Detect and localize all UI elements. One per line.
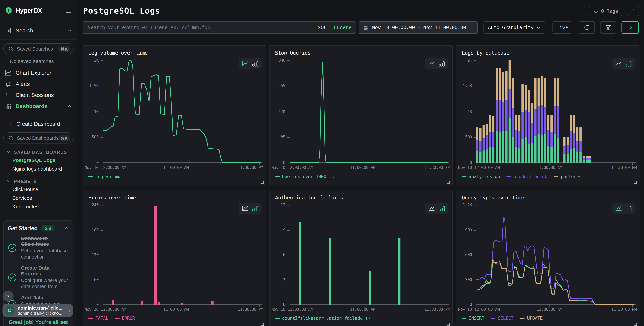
line-chart-toggle-icon[interactable] [242,205,248,211]
help-button[interactable]: ? [2,291,14,302]
sidebar-item-client-sessions[interactable]: Client Sessions [0,90,77,101]
lang-lucene[interactable]: Lucene [334,25,352,31]
plot-area[interactable]: 2K1.5K1K5000Nov 10 12:00:00 AM11:00:00 A… [83,46,266,186]
resize-handle-icon[interactable] [448,323,450,326]
legend-item-FATAL[interactable]: FATAL [88,316,108,321]
run-query-button[interactable] [621,21,638,34]
legend-item-production_db[interactable]: production_db [506,174,547,179]
more-options-button[interactable]: ⋮ [628,6,639,16]
plot-area[interactable]: 340255170850Nov 10 12:00:00 AM11:00:00 A… [270,46,452,186]
x-axis-label: 11:30:00 PM [611,165,636,170]
lang-sql[interactable]: SQL [318,25,327,31]
chart-view-toggle[interactable] [612,203,635,214]
legend-item-countIf(like(arr..ation failed%'))[interactable]: countIf(like(arr..ation failed%')) [275,316,370,321]
stacked-bar-production_db [538,107,540,134]
legend-item-Queries over 1000 ms[interactable]: Queries over 1000 ms [275,174,334,179]
shortcut-badge: ⌘K [58,135,70,141]
filter-button[interactable] [600,21,616,34]
user-menu[interactable]: D dominic.tran@clic... dominic.tran@clic… [2,304,73,317]
plot-area[interactable]: 1.2K9006003000Nov 10 12:00:00 AM11:00:00… [456,190,639,326]
y-axis-tick-mark [287,163,289,163]
bar-chart-toggle-icon[interactable] [439,61,445,66]
sidebar-item-search[interactable]: Search [0,24,77,37]
saved-dashboards-input[interactable] [17,135,58,141]
resize-handle-icon[interactable] [634,181,637,184]
sidebar-preset-clickhouse[interactable]: ClickHouse [0,185,77,193]
chevron-up-icon[interactable] [67,105,72,108]
logo-row: HyperDX [0,0,77,21]
line-chart-toggle-icon[interactable] [242,61,248,66]
stacked-bar-analytics_db [480,152,482,163]
saved-dashboards-search[interactable]: ⌘K [3,132,74,144]
resize-handle-icon[interactable] [448,181,450,184]
line-chart-toggle-icon[interactable] [615,205,622,211]
line-chart-toggle-icon[interactable] [615,61,622,66]
sidebar-item-alerts[interactable]: Alerts [0,79,77,90]
legend-item-analytics_db[interactable]: analytics_db [462,174,500,179]
bar-chart-toggle-icon[interactable] [252,61,258,66]
chevron-up-icon[interactable] [64,227,69,229]
chevron-up-icon[interactable] [67,29,72,32]
bar-chart-toggle-icon[interactable] [626,205,632,211]
x-axis-tick-mark [549,163,550,165]
stacked-bar-postgres [590,156,592,158]
stacked-bar-postgres [576,127,578,141]
sidebar-dashboard-postgresql-logs[interactable]: PostgreSQL Logs [0,156,77,164]
bar [181,303,183,305]
legend-item-UPDATE[interactable]: UPDATE [520,316,542,321]
chart-view-toggle[interactable] [238,58,262,69]
bar-chart-toggle-icon[interactable] [252,205,258,211]
stacked-bar-production_db [480,141,482,152]
resize-handle-icon[interactable] [260,323,264,326]
bar [158,302,160,305]
stacked-bar-analytics_db [512,137,514,163]
sidebar-item-chart-explorer[interactable]: Chart Explorer [0,67,77,79]
plot-area[interactable]: 2K1.5K1K5000Nov 10 12:00:00 AM11:00:00 A… [456,46,639,186]
sidebar-preset-services[interactable]: Services [0,194,77,202]
legend-item-INSERT[interactable]: INSERT [462,316,484,321]
date-range-picker[interactable]: Nov 10 00:00:00 - Nov 11 00:00:00 [358,21,478,34]
live-button[interactable]: Live [552,21,572,34]
sidebar-preset-kubernetes[interactable]: Kubernetes [0,203,77,210]
query-language-switch[interactable]: SQL|Lucene [318,25,352,31]
sidebar-dashboard-nginx[interactable]: Nginx logs dashboard [0,165,77,173]
resize-handle-icon[interactable] [634,323,637,326]
get-started-item-sources[interactable]: Create Data Sources Configure where your… [8,265,68,290]
divider [0,115,77,115]
saved-searches-input[interactable] [17,46,58,52]
line-chart-toggle-icon[interactable] [428,205,435,211]
section-saved-dashboards[interactable]: SAVED DASHBOARDS [0,149,77,155]
legend-item-SELECT[interactable]: SELECT [491,316,514,321]
plot-area[interactable]: 240180120600Nov 10 12:00:00 AM11:00:00 A… [83,190,266,326]
event-search-box[interactable]: SQL|Lucene [82,21,356,34]
chart-view-toggle[interactable] [612,58,635,69]
bar-chart-toggle-icon[interactable] [626,61,632,66]
stacked-bar-analytics_db [489,147,492,163]
bar-chart-toggle-icon[interactable] [439,205,445,211]
line-chart-toggle-icon[interactable] [428,61,435,66]
legend-item-Log volume[interactable]: Log volume [88,174,121,179]
legend-item-ERROR[interactable]: ERROR [115,316,135,321]
create-dashboard-button[interactable]: + Create Dashboard [0,118,77,129]
legend-label: Queries over 1000 ms [282,174,334,179]
section-presets[interactable]: PRESETS [0,178,77,185]
tags-button[interactable]: 0 Tags [589,6,622,16]
collapse-sidebar-icon[interactable] [65,7,72,14]
chart-view-toggle[interactable] [425,203,448,214]
get-started-item-connect[interactable]: Connect to ClickHouse Set up your databa… [8,236,68,260]
legend-item-postgres[interactable]: postgres [554,174,582,179]
plot-area[interactable]: 129630Nov 10 12:00:00 AM11:00:00 AM11:30… [270,190,452,326]
saved-searches-search[interactable]: ⌘K [3,43,74,54]
x-axis-tick-mark [476,305,476,307]
stacked-bar-analytics_db [534,136,537,163]
y-axis-tick-label: 6 [270,252,285,257]
chart-view-toggle[interactable] [425,58,448,69]
refresh-button[interactable] [579,21,595,34]
chart-view-toggle[interactable] [238,203,262,214]
stacked-bar-postgres [525,85,527,110]
event-search-input[interactable] [88,25,318,31]
resize-handle-icon[interactable] [260,181,264,184]
chart-line-icon [5,70,12,76]
granularity-select[interactable]: Auto Granularity [483,21,545,34]
sidebar-item-dashboards[interactable]: Dashboards [0,101,77,112]
